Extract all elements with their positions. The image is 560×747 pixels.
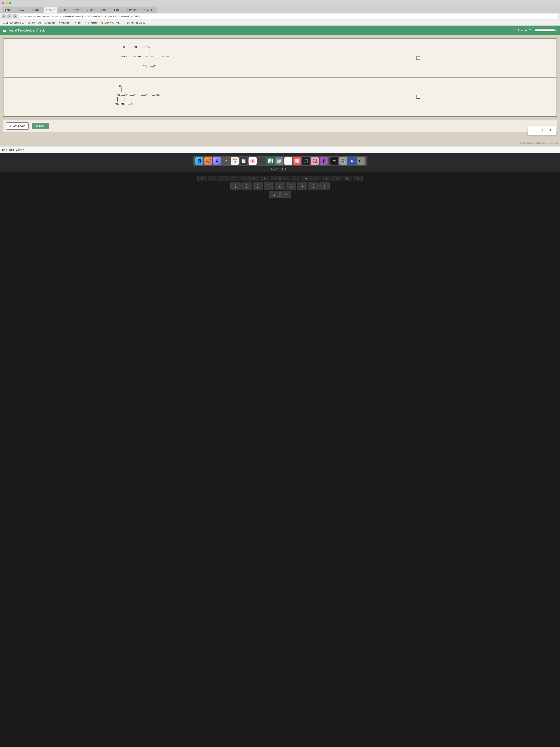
fn-key-brightness-down[interactable]: ☀ [197, 176, 207, 181]
tab-gest[interactable]: G gest × [29, 7, 44, 12]
dock-dots[interactable]: ··· [258, 157, 266, 165]
dock-notes[interactable]: 📋 [240, 157, 248, 165]
close-button[interactable] [2, 2, 4, 4]
fn-key-f7[interactable]: F7 [312, 176, 321, 181]
tab-close-gest[interactable]: × [39, 8, 42, 11]
tab-ale[interactable]: A ALE × [15, 7, 29, 12]
menu-icon[interactable]: ☰ [3, 28, 6, 33]
bookmark-label-lapd: lapd [78, 22, 81, 24]
dock-settings[interactable]: ⚙ [357, 157, 365, 165]
tab-acert[interactable]: C A Cert × [141, 7, 157, 12]
checkbox2[interactable] [417, 95, 420, 99]
dock-photos[interactable]: 🌸 [248, 157, 257, 165]
chem-text: CH₃ [115, 103, 119, 105]
tab-close-nar1[interactable]: × [53, 8, 56, 11]
fn-key-brightness-up[interactable]: ☀ [218, 176, 228, 181]
key-w[interactable]: W [281, 191, 291, 199]
tab-my[interactable]: b My × [98, 7, 111, 12]
dock-itunes[interactable]: 🎧 [311, 157, 319, 165]
fn-key-fastforward[interactable]: ⏭ [343, 176, 352, 181]
macos-area: 🖥 🚀 🎙 ? 📅 📋 🌸 ··· 📊 📁 T 📰 🎵 🎧 🎙 atv 📚 A … [0, 153, 560, 199]
key-3[interactable]: # 3 [252, 182, 263, 190]
toolbar-help-button[interactable]: ? [547, 128, 553, 134]
molecule2-answer-cell[interactable] [280, 77, 557, 117]
bookmark-myaccount[interactable]: G My Account [83, 21, 99, 24]
fn-key-f4[interactable]: F4 [270, 176, 279, 181]
fn-key-f5[interactable]: F5 [281, 176, 290, 181]
download-chevron[interactable]: ∧ [23, 149, 24, 151]
tab-close-cor[interactable]: × [94, 8, 96, 11]
key-bottom-5: 5 [279, 186, 281, 188]
back-button[interactable]: ‹ [1, 14, 6, 19]
dont-know-button[interactable]: I Don't Know [6, 122, 29, 130]
tab-close-ho[interactable]: × [119, 8, 122, 11]
bookmark-newtab[interactable]: 🔄 New Tab [43, 21, 56, 24]
fn-key-f8[interactable]: F8 [332, 176, 342, 181]
tab-nar1[interactable]: C Nar × [44, 7, 57, 12]
fn-key-f3[interactable]: F3 [249, 176, 259, 181]
fn-key-playpause[interactable]: ⏸ [322, 176, 331, 181]
fn-key-f9[interactable]: F9 [353, 176, 363, 181]
tab-ho[interactable]: ⊙ Ho × [111, 7, 124, 12]
bookmark-formn648[interactable]: 🔄 Form N-648 [26, 21, 43, 24]
tab-ass[interactable]: 🔲 Ass × [1, 7, 15, 12]
dock-accessibility[interactable]: A [348, 157, 356, 165]
molecule1-answer-cell[interactable] [280, 38, 557, 77]
key-1[interactable]: ! 1 [230, 182, 241, 190]
address-text: www-awu.aleks.com/alekscgi/x/lsl.exe/1o_… [24, 15, 140, 18]
tab-usi[interactable]: C Usi × [71, 7, 84, 12]
address-input[interactable]: 🔒 www-awu.aleks.com/alekscgi/x/lsl.exe/1… [18, 14, 559, 19]
bookmark-losangeles[interactable]: 📄 Los Angeles Depa... [123, 21, 146, 24]
fullscreen-button[interactable] [9, 2, 11, 4]
dock-podcast[interactable]: 🎙 [320, 157, 328, 165]
fn-key-f1[interactable]: F1 [208, 176, 217, 181]
tab-close-familiar[interactable]: × [136, 8, 139, 11]
tab-close-nar2[interactable]: × [66, 8, 69, 11]
bookmark-lapd[interactable]: P lapd [73, 21, 83, 24]
key-6[interactable]: ^ 6 [286, 182, 296, 190]
tab-familiar[interactable]: G familiar × [124, 7, 141, 12]
dock-books[interactable]: 📚 [339, 157, 347, 165]
dock-excel[interactable]: 📊 [266, 157, 274, 165]
toolbar-x-button[interactable]: × [531, 128, 537, 134]
dock-calendar[interactable]: 📅 [231, 157, 239, 165]
key-5[interactable]: % 5 [275, 182, 285, 190]
tab-cor[interactable]: C Cor × [84, 7, 98, 12]
submit-button[interactable]: Submit [32, 123, 49, 129]
dock-siri[interactable]: 🎙 [213, 157, 221, 165]
tab-close-usi[interactable]: × [80, 8, 82, 11]
fn-key-launchpad[interactable]: ⊞ [260, 176, 269, 181]
minimize-button[interactable] [5, 2, 8, 4]
fn-key-rewind[interactable]: ⏮ [301, 176, 311, 181]
dock-question[interactable]: ? [222, 157, 230, 165]
toolbar-undo-button[interactable]: ↺ [539, 128, 545, 134]
dock-news[interactable]: 📰 [293, 157, 301, 165]
tab-close-acert[interactable]: × [153, 8, 155, 11]
dock-launchpad[interactable]: 🚀 [204, 157, 212, 165]
fn-key-f2[interactable]: F2 [229, 176, 238, 181]
dock-music[interactable]: 🎵 [302, 157, 310, 165]
key-4[interactable]: $ 4 [264, 182, 274, 190]
dock-files[interactable]: 📁 [275, 157, 283, 165]
forward-button[interactable]: › [7, 14, 11, 19]
bookmark-icon-myaccount: G [84, 22, 87, 24]
bookmark-openccc[interactable]: 🔄 OpenCCC: Interna... [1, 21, 25, 24]
checkbox1[interactable] [417, 56, 420, 60]
key-2[interactable]: @ 2 [241, 182, 252, 190]
key-q[interactable]: Q [269, 191, 279, 199]
fn-key-mission[interactable]: ⊡ [239, 176, 248, 181]
fn-key-f6[interactable]: F6 [291, 176, 300, 181]
key-9[interactable]: ( 9 [319, 182, 330, 190]
dock-appletv[interactable]: atv [330, 157, 338, 165]
bookmark-applynow[interactable]: 🔴 Apply Now | Join... [100, 21, 122, 24]
key-8[interactable]: * 8 [308, 182, 319, 190]
tab-close-ale[interactable]: × [25, 8, 28, 11]
bookmark-downloads[interactable]: ⬇ Downloads [57, 21, 73, 24]
reload-button[interactable]: ↻ [12, 14, 17, 19]
dock-finder[interactable]: 🖥 [195, 157, 203, 165]
tab-close-ass[interactable]: × [11, 8, 14, 11]
key-7[interactable]: & 7 [297, 182, 308, 190]
dock-texteditor[interactable]: T [284, 157, 292, 165]
tab-close-my[interactable]: × [107, 8, 109, 11]
tab-nar2[interactable]: C Nar × [57, 7, 71, 12]
